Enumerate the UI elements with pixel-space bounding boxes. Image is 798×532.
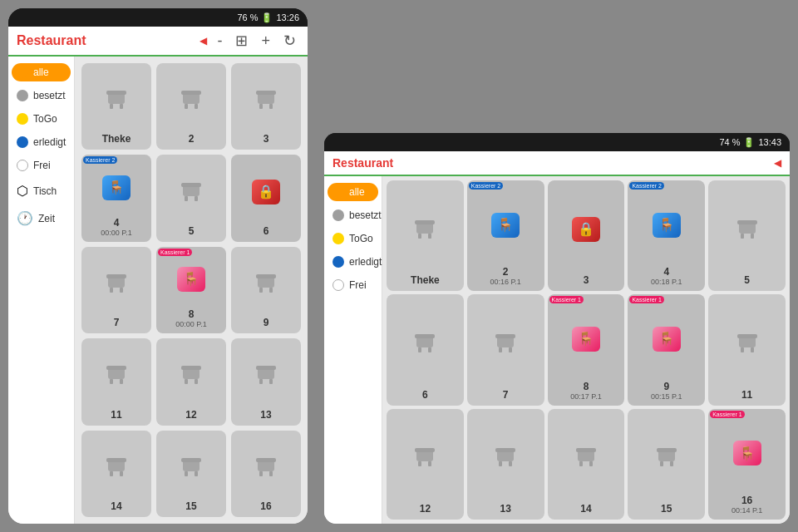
svg-rect-30: [195, 379, 198, 384]
left-phone: 76 % 🔋 13:26 Restaurant ◀ - ⊞ + ↻ alle b…: [8, 8, 308, 524]
svg-rect-19: [106, 274, 126, 278]
svg-rect-27: [106, 366, 126, 370]
table-cell-2[interactable]: Kassierer 2🪑200:16 P.1: [467, 180, 544, 291]
table-time-16: 00:14 P.1: [732, 506, 762, 515]
table-cell-13[interactable]: 13: [231, 338, 301, 425]
table-cell-12[interactable]: 12: [156, 338, 226, 425]
table-name-15: 15: [185, 500, 196, 512]
table-cell-8[interactable]: Kassierer 1🪑800:00 P.1: [156, 247, 226, 333]
table-name-11: 11: [741, 389, 752, 401]
table-cell-6[interactable]: 🔒6: [231, 155, 301, 241]
table-cell-14[interactable]: 14: [548, 409, 625, 520]
sidebar-item-besetzt-right[interactable]: besetzt: [328, 206, 378, 224]
left-plus-btn[interactable]: +: [258, 32, 273, 50]
table-cell-12[interactable]: 12: [387, 409, 464, 520]
svg-rect-70: [428, 461, 431, 466]
table-cell-15[interactable]: 15: [628, 409, 705, 520]
table-cell-9[interactable]: Kassierer 1🪑900:15 P.1: [628, 294, 705, 405]
table-icon-area-13: [492, 412, 519, 503]
sidebar-item-erledigt-right[interactable]: erledigt: [328, 253, 378, 271]
left-minus-btn[interactable]: -: [214, 32, 225, 50]
table-cell-11[interactable]: 11: [81, 338, 151, 425]
table-cell-14[interactable]: 14: [81, 431, 151, 517]
svg-rect-38: [120, 471, 123, 476]
left-table-grid: Theke 2 3Kassierer 2🪑400:00 P.1 5🔒6 7Kas…: [75, 57, 308, 524]
table-cell-5[interactable]: 5: [708, 180, 786, 291]
left-app-header: Restaurant ◀ - ⊞ + ↻: [8, 27, 308, 57]
svg-rect-75: [495, 448, 515, 452]
dot-togo-left: [17, 113, 28, 125]
svg-rect-43: [181, 458, 201, 462]
table-name-Theke: Theke: [411, 274, 440, 286]
table-time-8: 00:00 P.1: [175, 320, 206, 328]
sidebar-item-frei-left[interactable]: Frei: [12, 156, 71, 175]
table-name-Theke: Theke: [102, 133, 131, 145]
table-icon-area-15: [178, 434, 204, 500]
table-cell-2[interactable]: 2: [156, 63, 226, 150]
sidebar-item-alle-left[interactable]: alle: [12, 63, 71, 81]
table-cell-7[interactable]: 7: [467, 294, 544, 405]
label-erledigt-left: erledigt: [33, 136, 66, 148]
table-cell-3[interactable]: 🔒3: [548, 180, 625, 291]
table-cell-4[interactable]: Kassierer 2🪑400:18 P.1: [628, 180, 705, 291]
svg-rect-51: [415, 220, 435, 224]
sidebar-item-tisch-left[interactable]: ⬡ Tisch: [12, 180, 71, 202]
sidebar-item-zeit-left[interactable]: 🕐 Zeit: [12, 207, 71, 229]
table-cell-16[interactable]: 16: [231, 431, 301, 517]
table-icon-area-7: [492, 298, 519, 388]
table-icon-area-3: 🔒: [572, 184, 600, 274]
left-grid-btn[interactable]: ⊞: [232, 32, 251, 50]
table-cell-4[interactable]: Kassierer 2🪑400:00 P.1: [81, 155, 151, 241]
table-cell-8[interactable]: Kassierer 1🪑800:17 P.1: [548, 294, 625, 405]
table-cell-5[interactable]: 5: [156, 155, 226, 241]
table-cell-16[interactable]: Kassierer 1🪑1600:14 P.1: [708, 409, 786, 520]
table-time-2: 00:16 P.1: [490, 278, 521, 286]
right-app-header: Restaurant ◀: [324, 151, 790, 176]
table-cell-11[interactable]: 11: [708, 294, 786, 405]
right-app-screen: Restaurant ◀ alle besetzt ToGo: [324, 151, 790, 524]
sidebar-item-alle-right[interactable]: alle: [328, 183, 378, 201]
svg-rect-81: [660, 461, 663, 466]
right-sidebar: alle besetzt ToGo erledigt Frei: [324, 176, 382, 524]
table-name-12: 12: [420, 503, 431, 515]
svg-rect-1: [110, 104, 113, 109]
table-name-16: 16: [741, 495, 752, 506]
svg-rect-65: [741, 347, 744, 352]
table-cell-7[interactable]: 7: [81, 247, 151, 333]
svg-rect-79: [576, 448, 596, 452]
label-togo-right: ToGo: [349, 233, 373, 244]
sidebar-item-erledigt-left[interactable]: erledigt: [12, 133, 71, 151]
left-refresh-btn[interactable]: ↻: [280, 32, 299, 50]
table-icon-area-13: [253, 342, 279, 408]
kassierer-badge-4: Kassierer 2: [629, 182, 663, 190]
svg-rect-11: [256, 91, 276, 95]
sidebar-item-frei-right[interactable]: Frei: [328, 276, 378, 294]
kassierer-badge-16: Kassierer 1: [710, 411, 744, 418]
sidebar-item-togo-left[interactable]: ToGo: [12, 110, 71, 128]
table-name-6: 6: [422, 389, 428, 401]
table-icon-area-11: [734, 298, 761, 388]
table-cell-theke[interactable]: Theke: [387, 180, 464, 291]
table-cell-15[interactable]: 15: [156, 431, 226, 517]
zeit-icon-left: 🕐: [17, 210, 33, 226]
table-icon-area-16: [253, 434, 279, 500]
kassierer-badge-8: Kassierer 1: [549, 296, 584, 303]
table-icon-area-8: 🪑: [177, 250, 205, 308]
table-icon-area-8: 🪑: [572, 298, 600, 380]
right-battery-icon: 🔋: [743, 137, 755, 148]
svg-rect-35: [256, 366, 276, 370]
right-table-grid: ThekeKassierer 2🪑200:16 P.1🔒3Kassierer 2…: [382, 176, 790, 524]
svg-rect-13: [185, 196, 188, 201]
table-name-4: 4: [663, 266, 669, 278]
table-cell-6[interactable]: 6: [387, 294, 464, 405]
sidebar-item-besetzt-left[interactable]: besetzt: [12, 86, 71, 105]
sidebar-item-togo-right[interactable]: ToGo: [328, 229, 378, 248]
table-cell-9[interactable]: 9: [231, 247, 301, 333]
svg-rect-45: [259, 471, 263, 476]
table-cell-theke[interactable]: Theke: [81, 63, 151, 150]
svg-rect-42: [195, 471, 198, 476]
table-time-4: 00:18 P.1: [651, 278, 682, 286]
table-cell-13[interactable]: 13: [467, 409, 544, 520]
table-name-9: 9: [264, 317, 269, 328]
table-cell-3[interactable]: 3: [231, 63, 301, 150]
